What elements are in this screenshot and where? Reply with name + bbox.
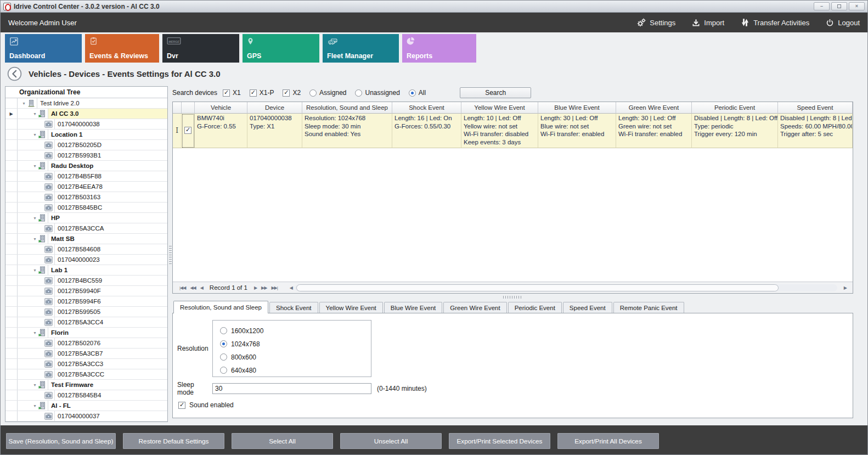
minimize-button[interactable]: –	[814, 2, 830, 10]
tree-item-label[interactable]: 017040000037	[54, 411, 167, 421]
select-all-button[interactable]: Select All	[232, 433, 333, 449]
tree-item-label[interactable]: 00127B4BC559	[54, 276, 167, 285]
search-button[interactable]: Search	[460, 87, 531, 98]
column-header-vehicle[interactable]: Vehicle	[195, 102, 247, 114]
tree-item-label[interactable]: Test Firmware	[48, 380, 167, 390]
tile-events-reviews[interactable]: Events & Reviews	[85, 34, 159, 63]
tile-gps[interactable]: GPS	[243, 34, 319, 63]
tab-remote-panic-event[interactable]: Remote Panic Event	[613, 302, 684, 313]
tile-reports[interactable]: Reports	[402, 34, 476, 63]
tree-item-label[interactable]: Al CC 3.0	[48, 109, 167, 119]
tree-item-label[interactable]: 017040000023	[54, 255, 167, 265]
restore-default-settings-button[interactable]: Restore Default Settings	[123, 433, 224, 449]
row-select-checkbox[interactable]: ✓	[182, 114, 195, 148]
sound-enabled-checkbox[interactable]: ✓	[178, 402, 185, 409]
tab-resolution-sound-and-sleep[interactable]: Resolution, Sound and Sleep	[173, 301, 268, 313]
tab-periodic-event[interactable]: Periodic Event	[508, 302, 562, 313]
tree-expander-icon[interactable]: ▾	[20, 101, 27, 106]
next-record-button[interactable]: ▶	[254, 285, 257, 290]
scrollbar-thumb[interactable]	[296, 284, 779, 291]
filter-radio-assigned[interactable]: Assigned	[309, 89, 346, 97]
sleep-mode-input[interactable]	[212, 383, 371, 394]
tree-item-label[interactable]: 00127B5A3CCC	[54, 369, 167, 379]
tree-item-label[interactable]: 00127B4B5F88	[54, 171, 167, 181]
transfer-activities-button[interactable]: Transfer Activities	[741, 18, 809, 27]
tree-expander-icon[interactable]: ▾	[31, 330, 38, 335]
tree-expander-icon[interactable]: ▾	[31, 268, 38, 273]
tree-item-label[interactable]: 00127B5993B1	[54, 150, 167, 160]
tile-dvr[interactable]: MERGEDvr	[162, 34, 239, 63]
tree-expander-icon[interactable]: ▾	[31, 383, 38, 387]
horizontal-scrollbar[interactable]: ◀ ▶	[288, 284, 849, 292]
filter-radio-unassigned[interactable]: Unassigned	[355, 89, 399, 97]
scroll-left-icon[interactable]: ◀	[290, 285, 293, 290]
tree-item-label[interactable]: 00127B59940F	[54, 286, 167, 296]
export-print-all-devices-button[interactable]: Export/Print All Devices	[557, 433, 659, 449]
tree-expander-icon[interactable]: ▾	[31, 132, 38, 137]
tree-expander-icon[interactable]: ▾	[31, 111, 38, 116]
resolution-option-640x480[interactable]: 640x480	[220, 364, 371, 377]
export-print-selected-devices-button[interactable]: Export/Print Selected Devices	[449, 433, 550, 449]
last-record-button[interactable]: ▶▶|	[271, 285, 277, 290]
maximize-button[interactable]	[831, 2, 847, 10]
tree-item-label[interactable]: Location 1	[48, 130, 167, 139]
tree-item-label[interactable]: 00127B4EEA78	[54, 182, 167, 192]
tree-item-label[interactable]: 00127B503163	[54, 192, 167, 202]
tile-dashboard[interactable]: Dashboard	[5, 34, 82, 63]
save-resolution-sound-and-sleep-button[interactable]: Save (Resolution, Sound and Sleep)	[6, 433, 116, 449]
previous-record-button[interactable]: ◀	[200, 285, 203, 290]
vertical-splitter[interactable]	[168, 84, 172, 425]
tile-fleet-manager[interactable]: Fleet Manager	[323, 34, 399, 63]
tree-item-label[interactable]: Al - FL	[48, 401, 167, 411]
resolution-option-1024x768[interactable]: 1024x768	[220, 338, 371, 350]
tree-item-label[interactable]: Radu Desktop	[48, 161, 167, 171]
column-header-yellow-wire-event[interactable]: Yellow Wire Event	[461, 102, 538, 114]
import-button[interactable]: Import	[692, 19, 724, 27]
column-header-periodic-event[interactable]: Periodic Event	[692, 102, 778, 114]
filter-checkbox-x1-p[interactable]: ✓X1-P	[250, 89, 274, 97]
tree-expander-icon[interactable]: ▾	[31, 237, 38, 241]
tree-item-label[interactable]: 00127B584608	[54, 244, 167, 254]
tree-expander-icon[interactable]: ▾	[31, 403, 38, 408]
resolution-option-1600x1200[interactable]: 1600x1200	[220, 324, 371, 337]
first-record-button[interactable]: |◀◀	[179, 285, 185, 290]
tab-blue-wire-event[interactable]: Blue Wire Event	[384, 302, 442, 313]
horizontal-splitter[interactable]	[172, 294, 853, 300]
scroll-right-icon[interactable]: ▶	[844, 285, 847, 290]
column-header-shock-event[interactable]: Shock Event	[392, 102, 461, 114]
filter-checkbox-x1[interactable]: ✓X1	[223, 89, 241, 97]
column-header-resolution-sound-and-sleep[interactable]: Resolution, Sound and Sleep	[302, 102, 392, 114]
tree-item-label[interactable]: Florin	[48, 328, 167, 338]
column-header-blue-wire-event[interactable]: Blue Wire Event	[538, 102, 616, 114]
column-header-speed-event[interactable]: Speed Event	[778, 102, 853, 114]
resolution-option-800x600[interactable]: 800x600	[220, 351, 371, 363]
next-page-button[interactable]: ▶▶	[261, 285, 267, 290]
tree-item-label[interactable]: 00127B5994F6	[54, 296, 167, 306]
settings-button[interactable]: Settings	[637, 18, 675, 27]
previous-page-button[interactable]: ◀◀	[190, 285, 195, 290]
tree-item-label[interactable]: 00127B5845BC	[54, 203, 167, 212]
tree-item-label[interactable]: 017040000038	[54, 119, 167, 129]
tree-item-label[interactable]: Lab 1	[48, 265, 167, 275]
tab-shock-event[interactable]: Shock Event	[269, 302, 318, 313]
tree-expander-icon[interactable]: ▾	[31, 164, 38, 168]
unselect-all-button[interactable]: Unselect All	[340, 433, 442, 449]
column-header-device[interactable]: Device	[247, 102, 302, 114]
device-grid-row[interactable]: I✓BMW740i G-Force: 0.55017040000038 Type…	[173, 114, 853, 148]
tab-speed-event[interactable]: Speed Event	[563, 302, 612, 313]
tab-yellow-wire-event[interactable]: Yellow Wire Event	[319, 302, 383, 313]
column-header-green-wire-event[interactable]: Green Wire Event	[616, 102, 692, 114]
tree-item-label[interactable]: Test Idrive 2.0	[37, 98, 167, 108]
tree-item-label[interactable]: 00127B50205D	[54, 140, 167, 150]
filter-radio-all[interactable]: All	[409, 89, 426, 97]
close-button[interactable]: ×	[849, 2, 865, 10]
tree-item-label[interactable]: HP	[48, 213, 167, 223]
logout-button[interactable]: Logout	[826, 19, 860, 27]
tree-expander-icon[interactable]: ▾	[31, 216, 38, 221]
tree-item-label[interactable]: 00127B5845B4	[54, 390, 167, 400]
tab-green-wire-event[interactable]: Green Wire Event	[443, 302, 506, 313]
scrollbar-track[interactable]	[295, 284, 837, 291]
tree-item-label[interactable]: Matt SB	[48, 234, 167, 244]
tree-item-label[interactable]: 00127B5A3CB7	[54, 349, 167, 358]
tree-item-label[interactable]: 00127B5A3CC4	[54, 317, 167, 327]
